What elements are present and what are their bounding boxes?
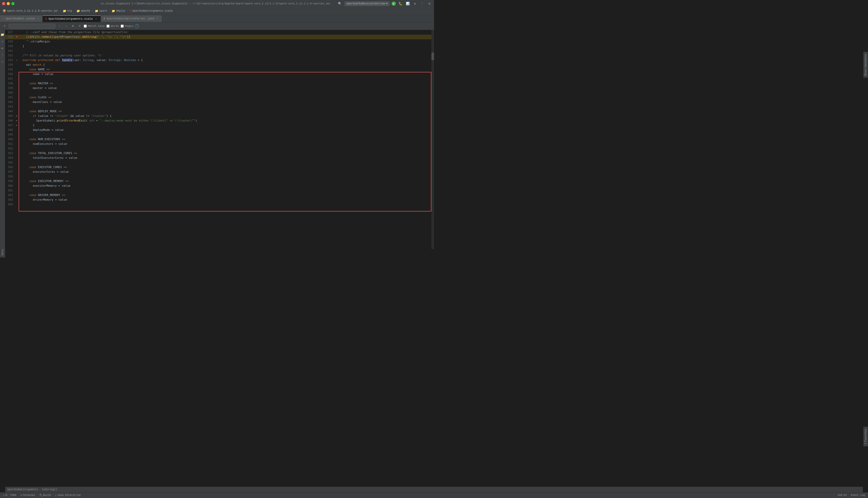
code-line-361: 361 (5, 188, 434, 193)
project-icon[interactable]: 📁 (0, 31, 6, 38)
vcs-icon[interactable]: ↕ (0, 52, 6, 58)
breadcrumb-spark-label: spark (99, 10, 107, 12)
breadcrumb: 📦 spark-core_2.11-2.2.0-sources.jar › 📁 … (2, 9, 174, 13)
words-checkbox[interactable] (106, 25, 110, 28)
tab-bar: S SparkSubmit.scala × S SparkSubmitArgum… (0, 15, 434, 22)
breadcrumb-project[interactable]: 📦 spark-core_2.11-2.2.0-sources.jar (2, 9, 59, 13)
code-line-352: 352 (5, 146, 434, 151)
toolbar: 📦 spark-core_2.11-2.2.0-sources.jar › 📁 … (0, 7, 434, 15)
find-next-button[interactable]: ↓ (64, 24, 69, 29)
breadcrumb-sep-0: › (60, 10, 61, 12)
code-line-334: 334 opt match { (5, 63, 434, 67)
breadcrumb-sep-2: › (92, 10, 93, 12)
words-group: Words (106, 25, 119, 28)
code-line-336: 336 name = value (5, 72, 434, 77)
tab-label-0: SparkSubmit.scala (6, 17, 35, 20)
run-config-dropdown[interactable]: SparkKafkaReceiverDStream ▼ (344, 2, 390, 6)
traffic-lights (2, 2, 14, 5)
breadcrumb-project-label: spark-core_2.11-2.2.0-sources.jar (7, 10, 58, 12)
breadcrumb-apache[interactable]: 📁 apache (76, 9, 91, 13)
dropdown-arrow-icon: ▼ (386, 2, 388, 5)
scrollbar-thumb[interactable] (431, 52, 434, 60)
todo-icon[interactable]: ☑ (0, 58, 6, 65)
breadcrumb-deploy[interactable]: 📁 deploy (111, 9, 126, 13)
code-line-359: 359 case EXECUTOR_MEMORY => (5, 179, 434, 184)
code-line-357: 357 executorCores = value (5, 170, 434, 174)
breadcrumb-org[interactable]: 📁 org (62, 9, 73, 13)
folder-icon-2: 📁 (95, 9, 98, 13)
code-line-354: 354 totalExecutorCores = value (5, 156, 434, 160)
code-line-351: 351 numExecutors = value (5, 142, 434, 146)
code-line-349: 349 (5, 132, 434, 137)
code-line-328: 328 ● |${Utils.redact(sparkProperties).m… (5, 35, 434, 39)
vertical-scrollbar[interactable] (431, 30, 434, 249)
code-line-327: 327 | --conf and those from the properti… (5, 30, 434, 35)
find-help-button[interactable]: ? (135, 24, 139, 28)
code-line-350: 350 case NUM_EXECUTORS => (5, 137, 434, 142)
regex-checkbox[interactable] (121, 25, 124, 28)
coverage-button[interactable]: 📊 (405, 1, 410, 6)
breadcrumb-spark[interactable]: 📁 spark (94, 9, 108, 13)
debug-button[interactable]: 🐛 (398, 1, 403, 6)
breadcrumb-sep-3: › (109, 10, 110, 12)
code-line-362: 362 case DRIVER_MEMORY => (5, 193, 434, 198)
minimize-button[interactable] (7, 2, 10, 5)
folder-icon-1: 📁 (77, 9, 80, 13)
code-line-332: 332 /** Fill in values by parsing user o… (5, 53, 434, 58)
match-case-checkbox[interactable] (84, 25, 87, 28)
code-line-329: 329 "".stripMargin (5, 39, 434, 44)
breadcrumb-file[interactable]: S SparkSubmitArguments.scala (129, 9, 174, 13)
code-line-331: 331 (5, 49, 434, 53)
regex-label: Regex (125, 25, 133, 28)
code-line-353: 353 case TOTAL_EXECUTOR_CORES => (5, 151, 434, 156)
match-case-group: Match Case (84, 25, 105, 28)
folder-icon-0: 📁 (63, 9, 66, 13)
breadcrumb-org-label: org (67, 10, 72, 12)
code-line-356: 356 case EXECUTOR_CORES => (5, 165, 434, 170)
tab-close-1[interactable]: × (94, 17, 98, 21)
code-line-344: 344 case DEPLOY_MODE => (5, 109, 434, 114)
breadcrumb-sep-1: › (73, 10, 75, 12)
close-button[interactable] (2, 2, 5, 5)
code-line-333: 333 ⊙ override protected def handle(opt:… (5, 58, 434, 63)
code-line-342: 342 mainClass = value (5, 100, 434, 104)
vcs-button[interactable]: ↑ (420, 1, 425, 6)
code-line-338: 338 case MASTER => (5, 81, 434, 86)
find-filter-button[interactable]: ⚙ (70, 24, 76, 29)
commit-icon[interactable]: ✔ (0, 38, 6, 44)
run-debug-icon[interactable]: ▶ (0, 45, 6, 51)
left-gutter: 📁 ✔ ▶ ↕ ☑ (0, 30, 5, 249)
tab-label-1: SparkSubmitArguments.scala (48, 17, 93, 21)
tab-sparksubmitargs[interactable]: S SparkSubmitArguments.scala × (43, 15, 101, 22)
find-highlight-button[interactable]: ≡ (77, 24, 82, 29)
run-button[interactable]: ▶ (392, 2, 396, 6)
tab-close-0[interactable]: × (36, 17, 40, 21)
find-prev-button[interactable]: ↑ (57, 24, 62, 29)
words-label: Words (111, 25, 119, 28)
code-line-346: 346 ▶ SparkSubmit.printErrorAndExit( str… (5, 118, 434, 123)
tab-scala-icon-1: S (45, 17, 47, 21)
search-everywhere-icon[interactable]: 🔍 (337, 1, 342, 6)
tab-label-2: SparkSubmitOptionParser.java (106, 17, 154, 20)
tab-close-2[interactable]: × (156, 17, 159, 21)
code-line-337: 337 (5, 77, 434, 81)
code-line-339: 339 master = value (5, 86, 434, 91)
code-editor[interactable]: 327 | --conf and those from the properti… (5, 30, 434, 249)
settings-icon[interactable]: ⚙ (427, 1, 432, 6)
breadcrumb-deploy-label: deploy (116, 10, 125, 12)
tab-sparksubmitoption[interactable]: J SparkSubmitOptionParser.java × (101, 15, 162, 22)
code-line-335: 335 case NAME => (5, 67, 434, 72)
tab-scala-icon-0: S (3, 17, 4, 20)
run-config-label: SparkKafkaReceiverDStream (347, 2, 385, 5)
find-close-button[interactable]: × (2, 24, 7, 29)
code-line-345: 345 ▶ if (value != "client" && value != … (5, 114, 434, 118)
maximize-button[interactable] (11, 2, 14, 5)
code-line-363: 363 driverMemory = value (5, 198, 434, 202)
regex-group: Regex (121, 25, 133, 28)
tab-sparksubmit[interactable]: S SparkSubmit.scala × (0, 15, 43, 22)
code-line-355: 355 (5, 160, 434, 165)
profile-button[interactable]: ⚙ (412, 1, 418, 6)
code-line-330: 330 } (5, 44, 434, 49)
editor-area: 📁 ✔ ▶ ↕ ☑ 327 | --conf and those from th… (0, 30, 434, 249)
find-input[interactable] (9, 24, 55, 28)
